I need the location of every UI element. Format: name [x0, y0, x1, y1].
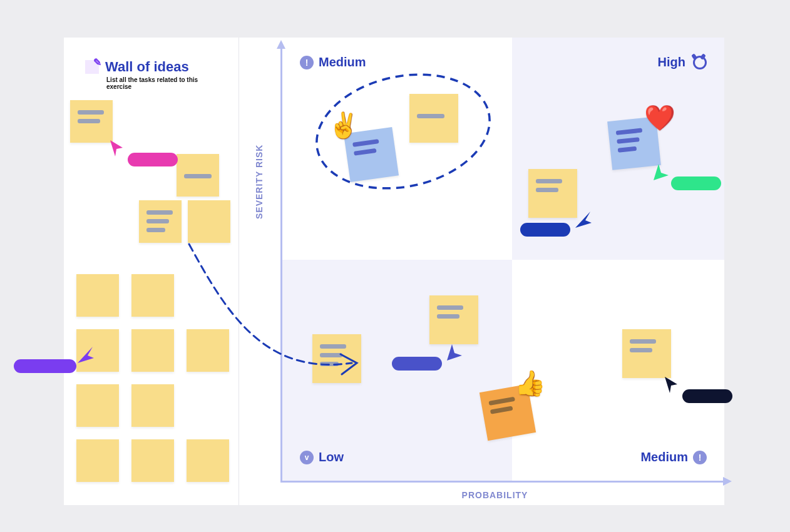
ideas-panel-header: Wall of ideas: [85, 59, 221, 75]
sticky-note[interactable]: [131, 329, 174, 372]
dashed-arrow-annotation[interactable]: [177, 238, 377, 376]
sticky-note[interactable]: [139, 200, 182, 243]
whiteboard-canvas[interactable]: Wall of ideas List all the tasks related…: [64, 38, 724, 505]
alarm-clock-icon: [693, 56, 707, 69]
exclamation-icon: !: [693, 451, 707, 464]
sticky-note[interactable]: [131, 274, 174, 317]
quadrant-label: High: [658, 55, 707, 69]
quadrant-label-text: High: [658, 55, 685, 69]
ideas-panel-subtitle: List all the tasks related to this exerc…: [106, 76, 221, 90]
svg-point-0: [309, 69, 497, 194]
sticky-note[interactable]: [131, 439, 174, 482]
quadrant-label-text: Low: [319, 450, 344, 464]
sticky-note[interactable]: [344, 127, 399, 182]
quadrant-label: ! Medium: [300, 55, 366, 69]
y-axis-label: SEVERITY RISK: [254, 145, 264, 219]
dashed-circle-annotation[interactable]: [309, 69, 497, 194]
exclamation-icon: !: [300, 56, 314, 69]
sticky-note[interactable]: [480, 384, 536, 441]
sticky-note[interactable]: [76, 329, 119, 372]
sticky-note[interactable]: [76, 439, 119, 482]
sticky-note[interactable]: [131, 384, 174, 427]
note-edit-icon: [85, 60, 99, 74]
x-axis: [280, 481, 723, 483]
sticky-note[interactable]: [622, 329, 671, 378]
sticky-note[interactable]: [188, 200, 230, 243]
x-axis-label: PROBABILITY: [462, 490, 528, 500]
quadrant-label-text: Medium: [319, 55, 366, 69]
sticky-note[interactable]: [76, 384, 119, 427]
chevron-down-icon: v: [300, 451, 314, 464]
sticky-note[interactable]: [70, 100, 113, 143]
quadrant-label: Medium !: [640, 450, 707, 464]
ideas-panel-title: Wall of ideas: [105, 59, 189, 75]
quadrant-label-text: Medium: [640, 450, 688, 464]
sticky-note[interactable]: [177, 154, 219, 197]
sticky-note[interactable]: [429, 295, 478, 344]
sticky-note[interactable]: [528, 169, 577, 218]
sticky-note[interactable]: [76, 274, 119, 317]
sticky-note[interactable]: [187, 439, 229, 482]
quadrant-label: v Low: [300, 450, 344, 464]
sticky-note[interactable]: [409, 94, 458, 143]
quadrant-medium-bottom[interactable]: Medium !: [512, 260, 724, 482]
sticky-note[interactable]: [607, 116, 661, 170]
